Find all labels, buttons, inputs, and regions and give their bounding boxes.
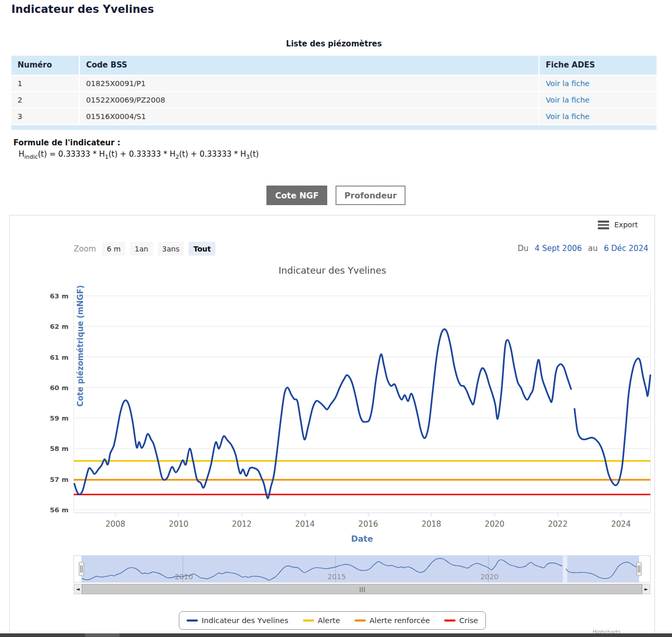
- page: Indicateur des Yvelines Liste des piézom…: [0, 0, 672, 637]
- x-tick-label: 2022: [548, 519, 567, 529]
- x-tick-label: 2010: [169, 519, 188, 529]
- x-tick-label: 2024: [611, 519, 631, 529]
- date-from-input[interactable]: 4 Sept 2006: [535, 244, 582, 253]
- navigator-year-label: 2010: [175, 573, 193, 581]
- legend-item[interactable]: Alerte renforcée: [355, 616, 430, 625]
- scrollbar-left-arrow[interactable]: ◄: [74, 584, 82, 594]
- legend-label: Indicateur des Yvelines: [201, 616, 288, 625]
- legend-inner: Indicateur des YvelinesAlerteAlerte renf…: [179, 611, 486, 630]
- x-tick-label: 2016: [358, 519, 378, 529]
- navigator-right-handle[interactable]: [637, 562, 642, 576]
- legend-dash-icon: [187, 619, 198, 622]
- date-to-input[interactable]: 6 Déc 2024: [604, 244, 648, 253]
- x-tick-label: 2018: [422, 519, 441, 529]
- y-tick-label: 57 m: [50, 476, 69, 483]
- series-line: [74, 329, 571, 498]
- x-tick-label: 2020: [485, 519, 505, 529]
- date-from-label: Du: [518, 244, 529, 253]
- zoom-range-buttons: Zoom 6 m1an3ansTout: [74, 242, 215, 256]
- y-axis-title: Cote piézométrique (mNGF): [76, 285, 85, 407]
- zoom-button-tout[interactable]: Tout: [189, 242, 215, 256]
- x-axis-title: Date: [74, 534, 650, 544]
- zoom-label: Zoom: [74, 244, 96, 254]
- legend-label: Alerte renforcée: [369, 616, 430, 625]
- x-tick-label: 2008: [106, 519, 125, 529]
- y-tick-label: 58 m: [50, 445, 69, 452]
- zoom-button-3ans[interactable]: 3ans: [158, 242, 184, 256]
- scrollbar-thumb[interactable]: [82, 584, 642, 594]
- legend-item[interactable]: Crise: [444, 616, 478, 625]
- y-tick-label: 56 m: [50, 506, 69, 514]
- legend-dash-icon: [444, 619, 456, 622]
- chart-legend: Indicateur des YvelinesAlerteAlerte renf…: [0, 611, 665, 630]
- chart-title: Indicateur des Yvelines: [0, 265, 665, 276]
- navigator-left-handle[interactable]: [79, 562, 84, 576]
- x-tick-label: 2014: [295, 519, 315, 529]
- scrollbar-grip-icon: [360, 587, 365, 592]
- legend-item[interactable]: Alerte: [303, 616, 340, 625]
- legend-label: Crise: [459, 616, 478, 625]
- date-to-label: au: [588, 244, 598, 253]
- export-menu-button[interactable]: Export: [598, 221, 638, 229]
- series-line: [575, 358, 650, 485]
- chart-scrollbar: ◄ ►: [74, 584, 650, 594]
- navigator-year-label: 2020: [480, 573, 499, 581]
- legend-label: Alerte: [318, 616, 340, 625]
- navigator-data-gap: [563, 556, 567, 582]
- y-tick-label: 63 m: [50, 292, 69, 300]
- y-tick-label: 60 m: [50, 384, 69, 392]
- legend-dash-icon: [303, 619, 314, 622]
- navigator-selected-mask[interactable]: [81, 556, 639, 582]
- hamburger-menu-icon: [598, 221, 609, 229]
- navigator-year-label: 2015: [327, 573, 346, 581]
- y-tick-label: 62 m: [50, 323, 69, 330]
- export-label: Export: [614, 221, 638, 229]
- scrollbar-right-arrow[interactable]: ►: [642, 584, 650, 594]
- page-horizontal-scrollbar[interactable]: [0, 633, 672, 637]
- x-tick-label: 2012: [232, 519, 251, 529]
- y-tick-label: 59 m: [50, 414, 69, 422]
- zoom-button-6m[interactable]: 6 m: [102, 242, 125, 256]
- date-range-inputs: Du 4 Sept 2006 au 6 Déc 2024: [518, 244, 648, 253]
- y-tick-label: 61 m: [50, 354, 69, 361]
- legend-dash-icon: [355, 619, 366, 622]
- zoom-button-1an[interactable]: 1an: [130, 242, 153, 256]
- legend-item[interactable]: Indicateur des Yvelines: [187, 616, 288, 625]
